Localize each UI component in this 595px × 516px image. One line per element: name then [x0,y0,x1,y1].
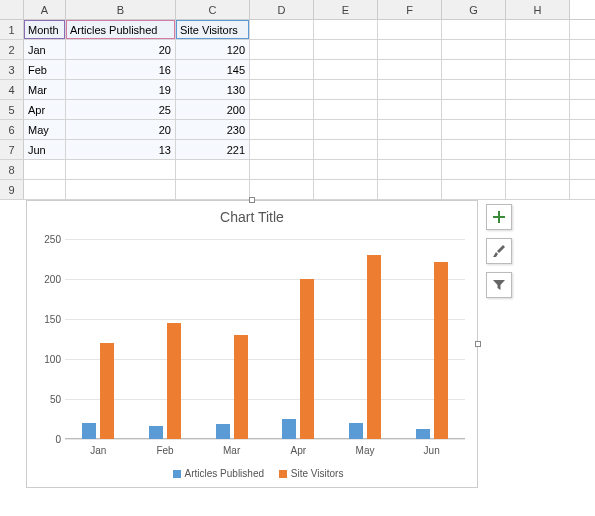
bar-articles-published-feb[interactable] [149,426,163,439]
cell-D8[interactable] [250,160,314,179]
chart-handle-n[interactable] [249,197,255,203]
cell-C6[interactable]: 230 [176,120,250,139]
bar-site-visitors-mar[interactable] [234,335,248,439]
bar-site-visitors-apr[interactable] [300,279,314,439]
cell-F9[interactable] [378,180,442,199]
bar-articles-published-mar[interactable] [216,424,230,439]
row-header-5[interactable]: 5 [0,100,24,119]
cell-H7[interactable] [506,140,570,159]
col-header-h[interactable]: H [506,0,570,19]
cell-H1[interactable] [506,20,570,39]
bar-articles-published-may[interactable] [349,423,363,439]
embedded-chart[interactable]: Chart Title 050100150200250 JanFebMarApr… [26,200,478,488]
cell-E6[interactable] [314,120,378,139]
cell-E8[interactable] [314,160,378,179]
cell-B5[interactable]: 25 [66,100,176,119]
cell-A9[interactable] [24,180,66,199]
cell-B1[interactable]: Articles Published [66,20,176,39]
cell-G2[interactable] [442,40,506,59]
cell-D2[interactable] [250,40,314,59]
cell-B2[interactable]: 20 [66,40,176,59]
select-all-corner[interactable] [0,0,24,19]
spreadsheet-grid[interactable]: A B C D E F G H 1MonthArticles Published… [0,0,595,200]
cell-C1[interactable]: Site Visitors [176,20,250,39]
cell-B8[interactable] [66,160,176,179]
cell-G5[interactable] [442,100,506,119]
cell-H8[interactable] [506,160,570,179]
cell-C8[interactable] [176,160,250,179]
cell-E5[interactable] [314,100,378,119]
col-header-g[interactable]: G [442,0,506,19]
chart-handle-e[interactable] [475,341,481,347]
chart-styles-button[interactable] [486,238,512,264]
cell-E3[interactable] [314,60,378,79]
bar-articles-published-jan[interactable] [82,423,96,439]
cell-D3[interactable] [250,60,314,79]
cell-A5[interactable]: Apr [24,100,66,119]
cell-B9[interactable] [66,180,176,199]
cell-A8[interactable] [24,160,66,179]
cell-G9[interactable] [442,180,506,199]
bar-articles-published-apr[interactable] [282,419,296,439]
cell-B4[interactable]: 19 [66,80,176,99]
cell-F5[interactable] [378,100,442,119]
chart-title[interactable]: Chart Title [27,201,477,229]
cell-H2[interactable] [506,40,570,59]
col-header-d[interactable]: D [250,0,314,19]
row-header-8[interactable]: 8 [0,160,24,179]
row-header-1[interactable]: 1 [0,20,24,39]
cell-F6[interactable] [378,120,442,139]
cell-D4[interactable] [250,80,314,99]
bar-site-visitors-feb[interactable] [167,323,181,439]
cell-C2[interactable]: 120 [176,40,250,59]
cell-G3[interactable] [442,60,506,79]
cell-D6[interactable] [250,120,314,139]
cell-C4[interactable]: 130 [176,80,250,99]
cell-E9[interactable] [314,180,378,199]
col-header-c[interactable]: C [176,0,250,19]
cell-B3[interactable]: 16 [66,60,176,79]
cell-H9[interactable] [506,180,570,199]
cell-E7[interactable] [314,140,378,159]
cell-A1[interactable]: Month [24,20,66,39]
cell-F2[interactable] [378,40,442,59]
chart-filter-button[interactable] [486,272,512,298]
cell-G4[interactable] [442,80,506,99]
cell-F3[interactable] [378,60,442,79]
cell-E2[interactable] [314,40,378,59]
cell-E4[interactable] [314,80,378,99]
cell-G1[interactable] [442,20,506,39]
bar-site-visitors-may[interactable] [367,255,381,439]
row-header-9[interactable]: 9 [0,180,24,199]
cell-D9[interactable] [250,180,314,199]
cell-C5[interactable]: 200 [176,100,250,119]
cell-D1[interactable] [250,20,314,39]
cell-A6[interactable]: May [24,120,66,139]
cell-F8[interactable] [378,160,442,179]
cell-B7[interactable]: 13 [66,140,176,159]
cell-H4[interactable] [506,80,570,99]
cell-D7[interactable] [250,140,314,159]
chart-elements-button[interactable] [486,204,512,230]
cell-H5[interactable] [506,100,570,119]
bar-site-visitors-jun[interactable] [434,262,448,439]
row-header-6[interactable]: 6 [0,120,24,139]
cell-F1[interactable] [378,20,442,39]
cell-H3[interactable] [506,60,570,79]
cell-C3[interactable]: 145 [176,60,250,79]
cell-H6[interactable] [506,120,570,139]
cell-C7[interactable]: 221 [176,140,250,159]
bar-articles-published-jun[interactable] [416,429,430,439]
row-header-4[interactable]: 4 [0,80,24,99]
cell-A4[interactable]: Mar [24,80,66,99]
cell-A3[interactable]: Feb [24,60,66,79]
chart-legend[interactable]: Articles Published Site Visitors [27,468,477,479]
cell-F4[interactable] [378,80,442,99]
cell-G6[interactable] [442,120,506,139]
col-header-b[interactable]: B [66,0,176,19]
row-header-2[interactable]: 2 [0,40,24,59]
cell-A2[interactable]: Jan [24,40,66,59]
cell-D5[interactable] [250,100,314,119]
col-header-e[interactable]: E [314,0,378,19]
row-header-3[interactable]: 3 [0,60,24,79]
